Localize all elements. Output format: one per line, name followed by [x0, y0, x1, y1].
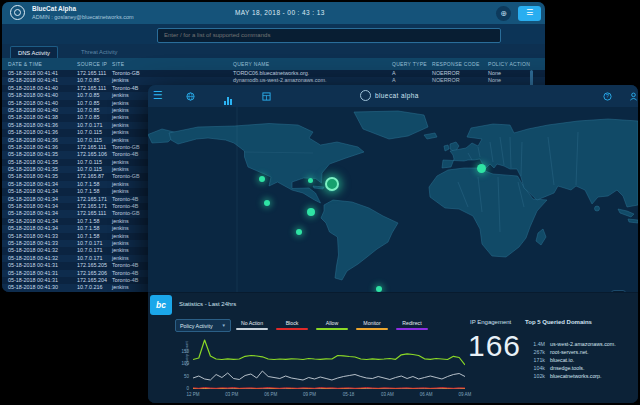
bluecat-badge-icon: bc — [150, 295, 172, 315]
table-cell: Toronto-GB — [112, 70, 140, 77]
col-query-type: QUERY TYPE — [392, 58, 427, 70]
y-tick: 0 — [186, 386, 189, 391]
table-cell: A — [392, 70, 396, 77]
legend-color-bar — [356, 328, 388, 330]
legend-item[interactable]: Allow — [316, 320, 348, 334]
world-map-svg — [148, 107, 638, 292]
legend-color-bar — [236, 328, 268, 330]
statistics-title: Statistics - Last 24hrs — [179, 301, 236, 307]
table-cell: 10.7.0.115 — [77, 166, 102, 173]
col-response-code: RESPONSE CODE — [432, 58, 480, 70]
table-cell: 05-18-2018 00:41:34 — [8, 210, 58, 217]
top-bar: BlueCat Alpha ADMIN : goslaney@bluecatne… — [2, 2, 545, 24]
map-activity-dot[interactable] — [325, 177, 339, 191]
table-cell: 05-18-2018 00:41:35 — [8, 173, 58, 180]
table-cell: Toronto-4B — [112, 196, 138, 203]
legend-item[interactable]: Redirect — [396, 320, 428, 334]
hamburger-menu-icon[interactable]: ☰ — [153, 89, 163, 102]
table-cell: 10.7.1.58 — [77, 225, 99, 232]
table-cell: 05-18-2018 00:41:34 — [8, 218, 58, 225]
top-domains-title: Top 5 Queried Domains — [525, 319, 592, 325]
table-cell: jenkins — [112, 100, 129, 107]
ip-engagement-value: 166 — [468, 329, 521, 363]
table-cell: jenkins — [112, 188, 129, 195]
table-cell: 05-18-2018 00:41:34 — [8, 225, 58, 232]
globe-icon[interactable]: ⊕ — [496, 6, 511, 21]
y-axis-ticks: 150100500 — [176, 339, 189, 389]
statistics-panel: bc Statistics - Last 24hrs Policy Activi… — [148, 292, 638, 403]
policy-activity-dropdown[interactable]: Policy Activity ▼ — [175, 319, 231, 332]
world-map[interactable]: + − — [148, 107, 638, 292]
legend-item[interactable]: No Action — [236, 320, 268, 334]
table-cell: 10.7.1.58 — [77, 181, 99, 188]
table-cell: jenkins — [112, 233, 129, 240]
hamburger-menu-button[interactable]: ☰ — [518, 6, 541, 21]
dropdown-value: Policy Activity — [180, 323, 213, 329]
legend-label: No Action — [236, 320, 268, 326]
admin-user-label: ADMIN : goslaney@bluecatnetworks.com — [32, 14, 134, 20]
map-activity-dot[interactable] — [307, 208, 315, 216]
table-cell: Toronto-4B — [112, 85, 138, 92]
x-tick: 09 AM — [451, 392, 479, 397]
policy-activity-chart — [193, 339, 465, 389]
table-cell: 05-18-2018 00:41:36 — [8, 129, 58, 136]
map-activity-dot[interactable] — [308, 178, 313, 183]
bluecat-logo-icon — [10, 5, 25, 20]
table-cell: jenkins — [112, 240, 129, 247]
table-cell: 05-18-2018 00:41:41 — [8, 70, 58, 77]
table-cell: 10.7.0.171 — [77, 240, 102, 247]
table-cell: jenkins — [112, 225, 129, 232]
legend-label: Allow — [316, 320, 348, 326]
overview-window: ☰ OVERVIEW INSIGHTS QUERY LOGS bluecat a… — [148, 85, 638, 403]
domain-row[interactable]: 102kbluecatnetworks.corp. — [523, 369, 616, 377]
table-cell: jenkins — [112, 114, 129, 121]
table-cell: 05-18-2018 00:41:34 — [8, 196, 58, 203]
account-person-icon — [629, 92, 638, 101]
x-axis-ticks: 12 PM03 PM06 PM09 PM05-1803 AM06 AM09 AM — [193, 392, 465, 400]
table-header: DATE & TIME SOURCE IP SITE QUERY NAME QU… — [2, 58, 545, 70]
svg-text:?: ? — [606, 93, 609, 99]
tab-threat-activity[interactable]: Threat Activity — [74, 46, 124, 58]
domain-row[interactable]: 104kdnsedge.tools. — [523, 361, 616, 369]
table-cell: Toronto-GB — [112, 144, 140, 151]
x-tick: 06 AM — [412, 392, 440, 397]
map-activity-dot[interactable] — [264, 200, 270, 206]
table-cell: 05-18-2018 00:41:34 — [8, 181, 58, 188]
command-band — [2, 24, 545, 44]
table-cell: 10.7.1.58 — [77, 188, 99, 195]
table-cell: 172.165.111 — [77, 85, 106, 92]
table-cell: dynamodb.us-west-2.amazonaws.com. — [233, 77, 326, 84]
legend-item[interactable]: Monitor — [356, 320, 388, 334]
x-tick: 05-18 — [334, 392, 362, 397]
y-tick: 100 — [181, 361, 189, 366]
chart-legend: No ActionBlockAllowMonitorRedirect — [236, 320, 428, 334]
col-source-ip: SOURCE IP — [77, 58, 107, 70]
table-cell: jenkins — [112, 166, 129, 173]
table-cell: 05-18-2018 00:41:31 — [8, 262, 58, 269]
bluecat-ring-icon — [360, 90, 371, 101]
table-cell: 05-18-2018 00:41:32 — [8, 255, 58, 262]
command-input[interactable] — [157, 28, 501, 43]
map-activity-dot[interactable] — [477, 164, 486, 173]
table-cell: 10.7.0.85 — [77, 92, 99, 99]
table-row[interactable]: 05-18-2018 00:41:4110.7.0.85jenkinsdynam… — [2, 77, 545, 84]
table-cell: 05-18-2018 00:41:33 — [8, 233, 58, 240]
table-cell: 05-18-2018 00:41:34 — [8, 203, 58, 210]
table-cell: jenkins — [112, 137, 129, 144]
table-cell: 05-18-2018 00:41:34 — [8, 188, 58, 195]
help-icon: ? — [603, 92, 612, 101]
map-activity-dot[interactable] — [259, 176, 265, 182]
table-cell: 05-18-2018 00:41:36 — [8, 144, 58, 151]
table-row[interactable]: 05-18-2018 00:41:41172.165.111Toronto-GB… — [2, 70, 545, 77]
domain-row[interactable]: 1.4Mus-west-2.amazonaws.com. — [523, 337, 616, 345]
table-cell: 05-18-2018 00:41:36 — [8, 137, 58, 144]
x-tick: 09 PM — [296, 392, 324, 397]
table-cell: jenkins — [112, 218, 129, 225]
table-cell: jenkins — [112, 159, 129, 166]
table-cell: 172.165.106 — [77, 151, 107, 158]
table-cell: Toronto-GB — [112, 173, 140, 180]
domain-row[interactable]: 171kbluecat.io. — [523, 353, 616, 361]
map-activity-dot[interactable] — [296, 229, 302, 235]
legend-item[interactable]: Block — [276, 320, 308, 334]
legend-label: Monitor — [356, 320, 388, 326]
